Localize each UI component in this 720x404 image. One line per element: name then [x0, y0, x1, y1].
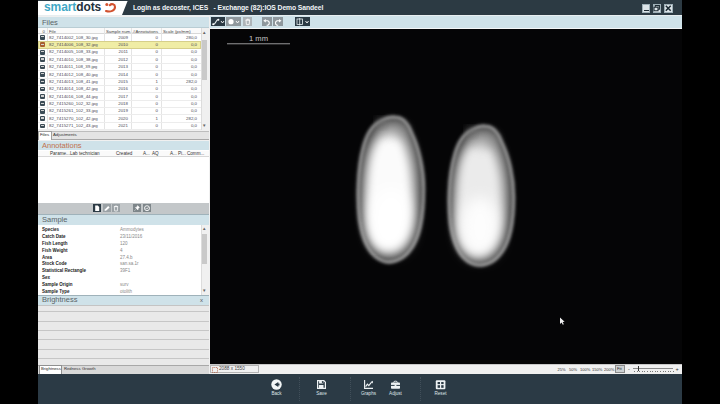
svg-text:1 mm: 1 mm: [249, 34, 268, 43]
